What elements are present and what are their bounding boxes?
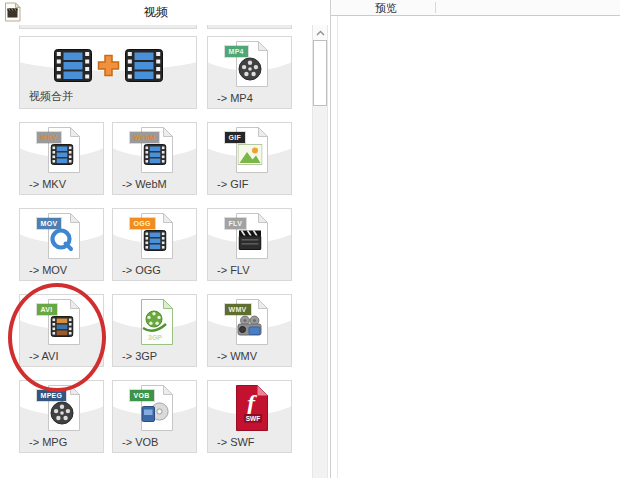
preview-header[interactable]: 预览 xyxy=(331,0,620,16)
tile-mkv[interactable]: MKV -> MKV xyxy=(19,122,104,195)
ogg-format-badge: OGG xyxy=(130,218,155,229)
mov-file-icon: MOV xyxy=(43,212,81,260)
swf-file-icon: f SWF xyxy=(231,384,269,432)
tile-video-merge[interactable]: 视频合并 xyxy=(19,36,197,109)
tile-3gp[interactable]: 3GP -> 3GP xyxy=(112,294,197,367)
3gp-file-icon: 3GP xyxy=(136,298,174,346)
wmv-file-icon: WMV xyxy=(231,298,269,346)
left-panel-header: 视频 xyxy=(0,0,331,25)
preview-header-label: 预览 xyxy=(337,1,435,16)
tile-label: -> AVI xyxy=(29,350,58,362)
header-column-divider xyxy=(435,2,436,13)
avi-file-icon: AVI xyxy=(43,298,81,346)
svg-text:SWF: SWF xyxy=(245,415,259,422)
tile-label: -> MPG xyxy=(29,436,67,448)
tile-label: -> MOV xyxy=(29,264,67,276)
mp4-file-icon: MP4 xyxy=(231,40,269,88)
svg-text:3GP: 3GP xyxy=(147,334,161,341)
tile-label: 视频合并 xyxy=(29,89,73,104)
tile-mpg[interactable]: MPEG -> MPG xyxy=(19,380,104,453)
left-panel-scrollbar[interactable] xyxy=(312,25,328,478)
tile-swf[interactable]: f SWF -> SWF xyxy=(207,380,292,453)
flv-file-icon: FLV xyxy=(231,212,269,260)
tile-label: -> FLV xyxy=(217,264,250,276)
tile-label: -> WebM xyxy=(122,178,167,190)
gif-file-icon: GIF xyxy=(231,126,269,174)
wmv-format-badge: WMV xyxy=(225,304,251,315)
tile-mp4[interactable]: MP4 -> MP4 xyxy=(207,36,292,109)
vob-file-icon: VOB xyxy=(136,384,174,432)
mkv-file-icon: MKV xyxy=(43,126,81,174)
tile-label: -> MP4 xyxy=(217,92,253,104)
tile-partial[interactable] xyxy=(19,25,197,29)
tile-ogg[interactable]: OGG -> OGG xyxy=(112,208,197,281)
webm-file-icon: WebM xyxy=(136,126,174,174)
tile-avi[interactable]: AVI -> AVI xyxy=(19,294,104,367)
tile-gif[interactable]: GIF -> GIF xyxy=(207,122,292,195)
mkv-format-badge: MKV xyxy=(37,132,61,143)
tile-label: -> OGG xyxy=(122,264,161,276)
preview-content xyxy=(337,16,620,478)
avi-format-badge: AVI xyxy=(37,304,57,315)
tile-wmv[interactable]: WMV -> WMV xyxy=(207,294,292,367)
mpg-file-icon: MPEG xyxy=(43,384,81,432)
scrollbar-thumb[interactable] xyxy=(313,40,327,106)
format-tile-grid: 视频合并 MP4 -> MP4 MKV -> MKV WebM -> WebM … xyxy=(0,25,312,478)
preview-panel: 预览 xyxy=(331,0,620,478)
flv-format-badge: FLV xyxy=(225,218,247,229)
tile-label: -> SWF xyxy=(217,436,255,448)
tile-label: -> MKV xyxy=(29,178,66,190)
tile-label: -> VOB xyxy=(122,436,158,448)
left-panel-title: 视频 xyxy=(0,4,312,21)
tile-webm[interactable]: WebM -> WebM xyxy=(112,122,197,195)
vob-format-badge: VOB xyxy=(130,390,154,401)
webm-format-badge: WebM xyxy=(130,132,160,143)
panel-divider xyxy=(330,0,331,478)
scroll-up-button[interactable] xyxy=(313,25,327,40)
tile-label: -> GIF xyxy=(217,178,248,190)
chevron-up-icon xyxy=(316,30,325,36)
tile-label: -> 3GP xyxy=(122,350,157,362)
tile-mov[interactable]: MOV -> MOV xyxy=(19,208,104,281)
tile-partial[interactable] xyxy=(207,25,292,29)
tile-flv[interactable]: FLV -> FLV xyxy=(207,208,292,281)
gif-format-badge: GIF xyxy=(225,132,246,143)
video-merge-icon xyxy=(54,40,163,82)
tile-label: -> WMV xyxy=(217,350,257,362)
ogg-file-icon: OGG xyxy=(136,212,174,260)
tile-vob[interactable]: VOB -> VOB xyxy=(112,380,197,453)
